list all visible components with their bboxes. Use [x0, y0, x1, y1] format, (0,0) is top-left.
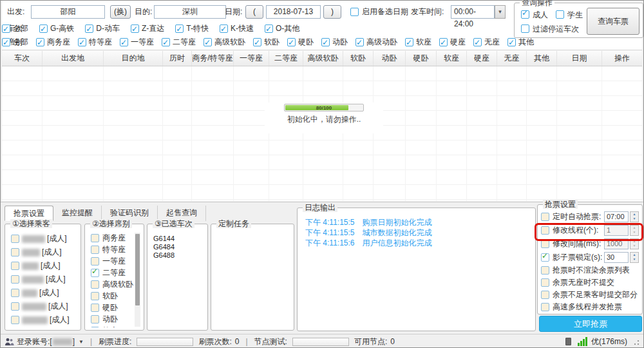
selected-train-item[interactable]: G6484 — [150, 243, 205, 251]
grab-option-checkbox[interactable] — [541, 291, 549, 299]
seat-type-checkbox[interactable] — [204, 38, 212, 46]
train-type-checkbox[interactable] — [131, 24, 139, 33]
seat-type-checkbox[interactable] — [120, 38, 128, 46]
grab-now-button[interactable]: 立即抢票 — [539, 316, 642, 332]
table-column-header[interactable]: 硬座 — [467, 51, 497, 66]
seat-select-checkbox[interactable] — [91, 246, 99, 254]
swap-button[interactable]: (换) — [110, 5, 131, 19]
seat-select-checkbox[interactable] — [91, 269, 99, 277]
passenger-row[interactable]: [成人] — [8, 246, 78, 259]
passenger-checkbox[interactable] — [11, 235, 19, 243]
table-column-header[interactable]: 高级软卧 — [303, 51, 343, 66]
seat-type-checkbox[interactable] — [162, 38, 170, 46]
table-column-header[interactable]: 日期 — [557, 51, 602, 66]
scrollbar-thumb[interactable] — [135, 234, 140, 305]
selected-train-item[interactable]: G6488 — [150, 251, 205, 260]
train-type-checkbox[interactable] — [39, 24, 48, 33]
seat-type-checkbox[interactable] — [439, 38, 448, 46]
passenger-checkbox[interactable] — [11, 262, 19, 270]
passenger-row[interactable]: [成人] — [8, 300, 78, 313]
backup-date-checkbox[interactable] — [350, 8, 359, 16]
seat-select-row[interactable]: 一等座 — [88, 255, 141, 267]
table-column-header[interactable]: 二等座 — [269, 51, 303, 66]
seat-type-checkbox[interactable] — [507, 38, 516, 46]
selected-train-item[interactable]: G6144 — [150, 235, 205, 243]
seat-select-row[interactable]: 动卧 — [88, 313, 141, 325]
table-column-header[interactable]: 无座 — [497, 51, 527, 66]
date-input[interactable]: 2018-07-13 — [266, 5, 321, 19]
seat-type-checkbox[interactable] — [473, 38, 482, 46]
grab-setting-value[interactable]: 07:00 — [604, 211, 629, 222]
table-column-header[interactable]: 一等座 — [234, 51, 269, 66]
train-type-checkbox[interactable] — [220, 24, 228, 33]
seat-type-checkbox[interactable] — [78, 38, 86, 46]
grab-option-checkbox[interactable] — [541, 278, 549, 287]
dest-input[interactable]: 深圳 — [154, 5, 226, 19]
seat-select-row[interactable]: 高级软卧 — [88, 278, 141, 290]
table-column-header[interactable]: 硬卧 — [406, 51, 437, 66]
spinner-up-down-icon[interactable]: ▲▼ — [630, 252, 639, 263]
table-column-header[interactable]: 软座 — [437, 51, 467, 66]
seat-select-checkbox[interactable] — [91, 327, 99, 328]
seat-select-checkbox[interactable] — [91, 280, 99, 289]
seat-select-checkbox[interactable] — [91, 304, 99, 312]
seat-type-checkbox[interactable] — [321, 38, 330, 46]
seat-select-row[interactable]: 软卧 — [88, 290, 141, 302]
seat-select-row[interactable]: 商务座 — [88, 232, 141, 244]
train-type-checkbox[interactable] — [2, 24, 10, 33]
depart-time-arrow-icon[interactable]: ▾ — [495, 5, 506, 19]
date-next-button[interactable]: ) — [323, 5, 341, 19]
train-type-checkbox[interactable] — [265, 24, 273, 33]
table-column-header[interactable]: 动卧 — [374, 51, 406, 66]
spinner-up-down-icon[interactable]: ▲▼ — [630, 211, 639, 222]
seat-select-row[interactable]: 特等座 — [88, 244, 141, 255]
grab-setting-checkbox[interactable] — [541, 253, 549, 262]
seat-type-checkbox[interactable] — [36, 38, 44, 46]
table-column-header[interactable]: 车次 — [2, 51, 43, 66]
depart-input[interactable]: 邵阳 — [31, 5, 105, 19]
seat-select-checkbox[interactable] — [91, 257, 99, 266]
passenger-row[interactable]: [成人] — [8, 286, 78, 300]
seat-select-row[interactable]: 二等座 — [88, 267, 141, 278]
seat-select-row[interactable]: 软座 — [88, 325, 141, 327]
seat-select-checkbox[interactable] — [91, 292, 99, 300]
date-prev-button[interactable]: ( — [245, 5, 263, 19]
query-tickets-button[interactable]: 查询车票 — [587, 8, 639, 35]
seat-type-checkbox[interactable] — [287, 38, 296, 46]
adult-checkbox[interactable] — [521, 10, 529, 19]
resize-grip[interactable] — [632, 338, 639, 345]
table-column-header[interactable]: 操作 — [602, 51, 642, 66]
table-column-header[interactable]: 目的地 — [104, 51, 163, 66]
seat-select-checkbox[interactable] — [91, 234, 99, 242]
table-column-header[interactable]: 商务/特等座 — [192, 51, 234, 66]
passenger-row[interactable]: [成人] — [8, 313, 78, 327]
table-column-header[interactable]: 历时 — [163, 51, 192, 66]
table-column-header[interactable]: 其他 — [527, 51, 557, 66]
account-dropdown-icon[interactable]: ▼ — [79, 339, 84, 345]
passenger-checkbox[interactable] — [11, 248, 19, 256]
student-checkbox[interactable] — [556, 10, 564, 19]
passenger-row[interactable]: [成人] — [8, 232, 78, 246]
passenger-row[interactable]: [成人] — [8, 273, 78, 286]
passenger-row[interactable]: [成人] — [8, 259, 78, 273]
grab-setting-value[interactable]: 30 — [604, 252, 629, 263]
grab-setting-checkbox[interactable] — [541, 213, 549, 221]
filter-stopped-checkbox[interactable] — [521, 24, 529, 33]
table-column-header[interactable]: 软卧 — [343, 51, 374, 66]
seat-type-checkbox[interactable] — [2, 38, 10, 46]
passenger-checkbox[interactable] — [11, 302, 19, 311]
grab-option-checkbox[interactable] — [541, 303, 549, 311]
table-column-header[interactable]: 出发地 — [43, 51, 104, 66]
seat-type-checkbox[interactable] — [405, 38, 413, 46]
passenger-checkbox[interactable] — [11, 289, 19, 297]
seat-type-checkbox[interactable] — [355, 38, 364, 46]
seat-select-row[interactable]: 硬卧 — [88, 302, 141, 313]
grab-option-checkbox[interactable] — [541, 266, 549, 275]
passenger-checkbox[interactable] — [11, 275, 19, 284]
train-type-checkbox[interactable] — [175, 24, 184, 33]
passenger-checkbox[interactable] — [11, 316, 19, 324]
seat-type-checkbox[interactable] — [253, 38, 261, 46]
seat-select-checkbox[interactable] — [91, 315, 99, 324]
seat-list-scrollbar[interactable] — [135, 233, 140, 327]
depart-time-select[interactable]: 00:00-24:00 — [451, 5, 495, 19]
